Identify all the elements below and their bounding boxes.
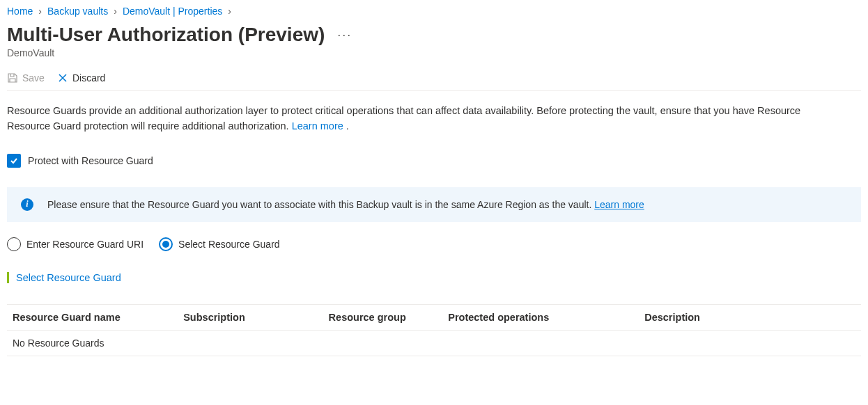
page-title: Multi-User Authorization (Preview) — [7, 24, 325, 46]
chevron-right-icon: › — [114, 6, 117, 17]
col-description[interactable]: Description — [639, 304, 861, 330]
chevron-right-icon: › — [38, 6, 42, 17]
save-label: Save — [22, 72, 45, 84]
chevron-right-icon: › — [228, 6, 231, 17]
page-subtitle: DemoVault — [7, 47, 861, 58]
protect-checkbox-label: Protect with Resource Guard — [28, 155, 153, 166]
save-button[interactable]: Save — [7, 72, 45, 84]
intro-text: Resource Guards provide an additional au… — [7, 104, 861, 134]
radio-label-select-guard: Select Resource Guard — [178, 239, 280, 250]
check-icon — [9, 156, 19, 166]
intro-line2: Resource Guard protection will require a… — [7, 120, 292, 132]
info-icon: i — [21, 198, 33, 211]
discard-button[interactable]: Discard — [57, 72, 105, 84]
info-learn-more-link[interactable]: Learn more — [594, 199, 644, 210]
info-text: Please ensure that the Resource Guard yo… — [47, 199, 594, 210]
radio-label-enter-uri: Enter Resource Guard URI — [26, 239, 144, 250]
select-resource-guard-link[interactable]: Select Resource Guard — [16, 272, 121, 283]
learn-more-link[interactable]: Learn more — [292, 120, 343, 132]
radio-enter-uri[interactable]: Enter Resource Guard URI — [7, 237, 144, 251]
resource-guard-table: Resource Guard name Subscription Resourc… — [7, 304, 861, 356]
table-row: No Resource Guards — [7, 330, 861, 356]
radio-group: Enter Resource Guard URI Select Resource… — [7, 237, 861, 251]
intro-line1: Resource Guards provide an additional au… — [7, 105, 800, 116]
col-resource-guard-name[interactable]: Resource Guard name — [7, 304, 178, 330]
protect-checkbox[interactable] — [7, 154, 21, 168]
radio-select-guard[interactable]: Select Resource Guard — [159, 237, 280, 251]
save-icon — [7, 72, 18, 84]
more-actions-button[interactable]: ··· — [334, 26, 355, 44]
radio-icon-selected — [159, 237, 173, 251]
info-box: i Please ensure that the Resource Guard … — [7, 187, 861, 222]
col-subscription[interactable]: Subscription — [178, 304, 323, 330]
breadcrumb: Home › Backup vaults › DemoVault | Prope… — [7, 6, 861, 17]
toolbar: Save Discard — [7, 67, 861, 91]
close-icon — [57, 72, 68, 84]
col-resource-group[interactable]: Resource group — [323, 304, 443, 330]
breadcrumb-home[interactable]: Home — [7, 6, 33, 17]
col-protected-operations[interactable]: Protected operations — [442, 304, 639, 330]
breadcrumb-demovault-properties[interactable]: DemoVault | Properties — [123, 6, 222, 17]
radio-icon — [7, 237, 21, 251]
discard-label: Discard — [72, 72, 105, 84]
breadcrumb-backup-vaults[interactable]: Backup vaults — [47, 6, 108, 17]
empty-state-text: No Resource Guards — [7, 330, 861, 356]
